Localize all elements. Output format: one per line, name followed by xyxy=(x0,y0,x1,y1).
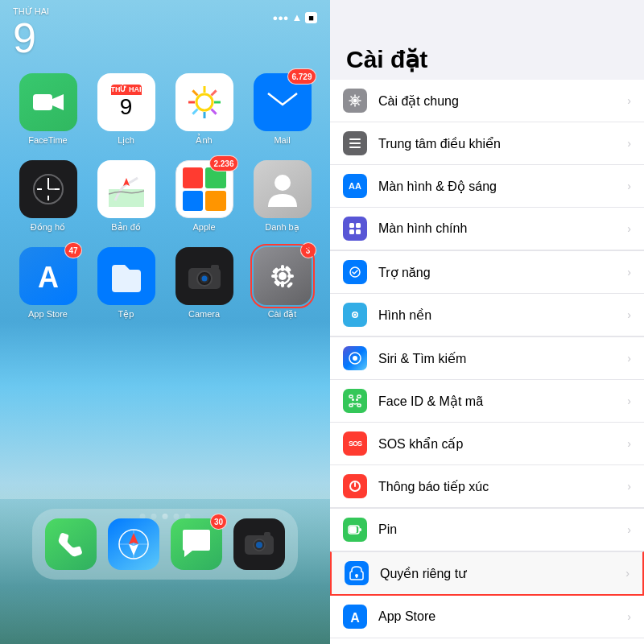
svg-point-23 xyxy=(275,175,291,191)
svg-rect-54 xyxy=(349,223,354,228)
app-icon-appstore[interactable]: A47App Store xyxy=(16,247,80,320)
svg-text:A: A xyxy=(350,611,360,625)
settings-icon-siri xyxy=(343,346,367,370)
settings-row-quyenriengtu[interactable]: Quyền riêng tư› xyxy=(330,551,644,596)
settings-icon-trungtam xyxy=(343,131,367,155)
svg-point-47 xyxy=(256,542,262,548)
svg-marker-1 xyxy=(52,94,64,110)
svg-rect-35 xyxy=(287,275,294,278)
settings-row-manhinhdo[interactable]: AAMàn hình & Độ sáng› xyxy=(330,165,644,208)
svg-marker-44 xyxy=(129,544,138,555)
svg-line-10 xyxy=(192,109,197,114)
status-time: THỨ HAI 9 xyxy=(13,6,49,59)
status-icons: ●●● ▲ ■ xyxy=(273,6,317,23)
settings-row-hinnen[interactable]: Hình nền› xyxy=(330,294,644,336)
app-icon-camera[interactable]: Camera xyxy=(172,247,236,320)
app-icon-bandо[interactable]: Bản đồ xyxy=(94,160,158,233)
phone-screen: THỨ HAI 9 ●●● ▲ ■ FaceTimeTHỨ HAI9LịchẢn… xyxy=(0,0,330,644)
app-icon-danba[interactable]: Danh bạ xyxy=(250,160,314,233)
status-bar: THỨ HAI 9 ●●● ▲ ■ xyxy=(0,0,330,59)
app-icon-tep[interactable]: Tệp xyxy=(94,247,158,320)
svg-point-31 xyxy=(275,269,290,283)
chevron-icon-pin: › xyxy=(627,523,631,536)
settings-label-caidat-chung: Cài đặt chung xyxy=(378,93,627,109)
settings-row-sos[interactable]: SOSSOS khẩn cấp› xyxy=(330,423,644,465)
dock-app-messages[interactable]: 30 xyxy=(171,518,222,570)
svg-rect-51 xyxy=(349,138,361,140)
svg-rect-32 xyxy=(281,265,284,271)
settings-icon-appstore-settings: A xyxy=(343,605,367,629)
svg-rect-64 xyxy=(357,395,361,398)
settings-icon-pin xyxy=(343,518,367,542)
svg-marker-43 xyxy=(129,533,138,544)
svg-point-28 xyxy=(201,276,207,282)
settings-row-manhinhchinh[interactable]: Màn hình chính› xyxy=(330,208,644,250)
dock-app-camera-dock[interactable] xyxy=(233,518,285,570)
settings-row-thongbao[interactable]: Thông báo tiếp xúc› xyxy=(330,465,644,508)
svg-rect-73 xyxy=(359,528,361,531)
chevron-icon-sos: › xyxy=(627,437,631,450)
settings-icon-caidat-chung xyxy=(343,89,367,113)
signal-icon: ●●● xyxy=(273,13,289,23)
svg-rect-66 xyxy=(357,404,361,407)
settings-icon-thongbao xyxy=(343,474,367,498)
svg-rect-36 xyxy=(271,267,278,274)
settings-icon-manhinhchinh xyxy=(343,217,367,241)
svg-rect-29 xyxy=(211,265,219,270)
date-label: 9 xyxy=(13,17,49,59)
settings-icon-tronang xyxy=(343,260,367,284)
settings-row-pin[interactable]: Pin› xyxy=(330,508,644,551)
app-icon-apple[interactable]: 2.236Apple xyxy=(172,160,236,233)
svg-rect-55 xyxy=(356,223,361,228)
svg-rect-39 xyxy=(284,266,291,272)
chevron-icon-manhinhdo: › xyxy=(627,180,631,192)
dock: 30 xyxy=(32,509,298,580)
settings-row-appstore-settings[interactable]: AApp Store› xyxy=(330,596,644,638)
settings-label-manhinhchinh: Màn hình chính xyxy=(378,221,627,236)
svg-point-59 xyxy=(352,312,358,318)
app-icon-caidat[interactable]: 3Cài đặt xyxy=(250,247,314,320)
settings-label-manhinhdo: Màn hình & Độ sáng xyxy=(378,179,627,194)
app-icon-mail[interactable]: 6.729Mail xyxy=(250,73,314,146)
battery-icon: ■ xyxy=(305,12,317,23)
chevron-icon-tronang: › xyxy=(627,266,631,279)
settings-label-appstore-settings: App Store xyxy=(378,609,627,624)
app-icon-dongho[interactable]: Đồng hồ xyxy=(16,160,80,233)
settings-label-siri: Siri & Tìm kiếm xyxy=(378,351,627,366)
settings-row-trungtam[interactable]: Trung tâm điều khiển› xyxy=(330,122,644,165)
settings-row-caidat-chung[interactable]: Cài đặt chung› xyxy=(330,80,644,122)
settings-icon-sos: SOS xyxy=(343,431,367,456)
wifi-icon: ▲ xyxy=(291,11,302,23)
settings-icon-quyenriengtu xyxy=(345,561,369,585)
app-icon-anh[interactable]: Ảnh xyxy=(172,73,236,146)
svg-rect-53 xyxy=(349,147,361,148)
settings-label-faceid: Face ID & Mật mã xyxy=(378,394,627,409)
chevron-icon-manhinhchinh: › xyxy=(627,222,631,235)
settings-row-vi[interactable]: Ví› xyxy=(330,638,644,644)
chevron-icon-hinnen: › xyxy=(627,308,631,321)
settings-row-faceid[interactable]: Face ID & Mật mã› xyxy=(330,380,644,423)
settings-label-tronang: Trợ năng xyxy=(378,265,627,280)
settings-row-siri[interactable]: Siri & Tìm kiếm› xyxy=(330,336,644,380)
settings-list: Cài đặt chung›Trung tâm điều khiển›AAMàn… xyxy=(330,80,644,644)
app-icon-facetime[interactable]: FaceTime xyxy=(16,73,80,146)
svg-rect-11 xyxy=(266,90,299,114)
svg-rect-0 xyxy=(33,94,52,110)
svg-rect-56 xyxy=(349,229,354,234)
settings-label-hinnen: Hình nền xyxy=(378,308,627,323)
app-icon-lich[interactable]: THỨ HAI9Lịch xyxy=(94,73,158,146)
dock-app-phone[interactable] xyxy=(45,518,97,570)
dock-app-safari[interactable] xyxy=(108,518,159,570)
settings-row-tronang[interactable]: Trợ năng› xyxy=(330,250,644,294)
svg-point-2 xyxy=(196,94,213,110)
svg-rect-48 xyxy=(264,532,270,537)
svg-rect-52 xyxy=(349,142,361,144)
chevron-icon-thongbao: › xyxy=(627,480,631,493)
svg-point-30 xyxy=(279,272,287,280)
app-grid: FaceTimeTHỨ HAI9LịchẢnh6.729MailĐồng hồB… xyxy=(0,67,330,326)
settings-title: Cài đặt xyxy=(330,0,644,80)
svg-point-62 xyxy=(353,356,357,361)
svg-rect-34 xyxy=(271,275,278,278)
settings-label-quyenriengtu: Quyền riêng tư xyxy=(380,566,625,581)
svg-line-8 xyxy=(211,109,216,114)
